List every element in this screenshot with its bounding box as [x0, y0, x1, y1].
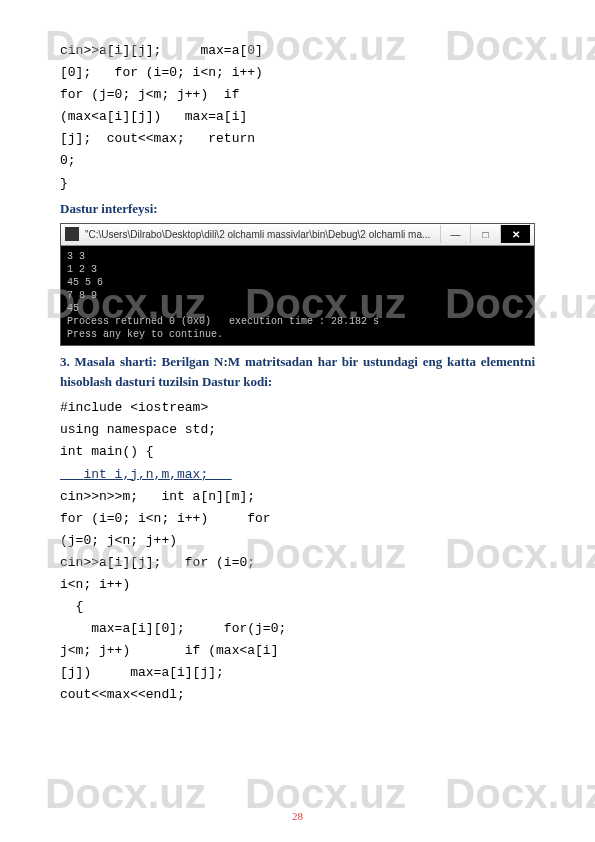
- window-controls: — □ ✕: [440, 225, 530, 243]
- terminal-titlebar: "C:\Users\Dilrabo\Desktop\dili\2 olchaml…: [61, 224, 534, 246]
- close-button[interactable]: ✕: [500, 225, 530, 243]
- code-block-bottom: #include <iostream> using namespace std;…: [60, 397, 535, 706]
- code-pre: #include <iostream> using namespace std;…: [60, 400, 216, 459]
- terminal-window: "C:\Users\Dilrabo\Desktop\dili\2 olchaml…: [60, 223, 535, 346]
- terminal-icon: [65, 227, 79, 241]
- code-underlined-line: int i,j,n,m,max;: [60, 467, 232, 482]
- interface-heading: Dastur interfeysi:: [60, 201, 535, 217]
- code-post: cin>>n>>m; int a[n][m]; for (i=0; i<n; i…: [60, 489, 286, 703]
- section-3-heading: 3. Masala sharti: Berilgan N:M matritsad…: [60, 352, 535, 394]
- code-block-top: cin>>a[i][j]; max=a[0] [0]; for (i=0; i<…: [60, 40, 535, 195]
- terminal-title: "C:\Users\Dilrabo\Desktop\dili\2 olchaml…: [85, 229, 440, 240]
- maximize-button[interactable]: □: [470, 225, 500, 243]
- page-number: 28: [0, 810, 595, 822]
- terminal-output: 3 3 1 2 3 45 5 6 7 8 9 45 Process return…: [61, 246, 534, 345]
- minimize-button[interactable]: —: [440, 225, 470, 243]
